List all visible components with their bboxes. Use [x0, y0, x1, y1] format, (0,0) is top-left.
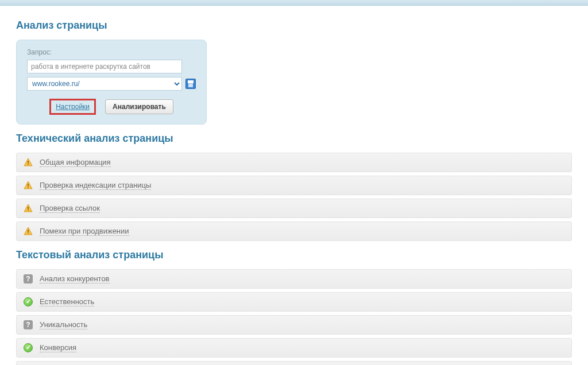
- save-icon[interactable]: [185, 79, 196, 89]
- accordion-row[interactable]: Общая информация: [16, 153, 572, 172]
- button-row: Настройки Анализировать: [27, 99, 196, 115]
- accordion-row-label[interactable]: Анализ конкурентов: [40, 274, 110, 284]
- check-icon: [24, 343, 33, 352]
- svg-rect-1: [28, 161, 29, 164]
- url-row: www.rookee.ru/: [27, 77, 196, 91]
- question-icon: ?: [24, 274, 33, 284]
- accordion-row[interactable]: ?Анализ конкурентов: [16, 269, 572, 289]
- accordion-row-label[interactable]: Конверсия: [40, 343, 76, 352]
- accordion-row-label[interactable]: Уникальность: [40, 320, 87, 329]
- accordion-row[interactable]: Проверка индексации страницы: [16, 176, 572, 195]
- svg-rect-2: [28, 164, 29, 165]
- warning-icon: [24, 158, 33, 167]
- accordion-row[interactable]: Конверсия: [16, 338, 572, 358]
- svg-rect-7: [28, 207, 29, 209]
- svg-rect-5: [28, 187, 29, 188]
- accordion-row-label[interactable]: Помехи при продвижении: [40, 227, 129, 236]
- accordion-row[interactable]: Естественность: [16, 292, 572, 312]
- svg-rect-4: [28, 184, 29, 187]
- query-label: Запрос:: [27, 48, 196, 56]
- page-analysis-title: Анализ страницы: [16, 20, 572, 32]
- svg-rect-11: [28, 233, 29, 234]
- accordion-row[interactable]: Помехи при продвижении: [16, 222, 572, 241]
- page-container: Анализ страницы Запрос: www.rookee.ru/ Н…: [0, 6, 588, 365]
- warning-icon: [24, 227, 33, 236]
- textual-rows: ?Анализ конкурентовЕстественность?Уникал…: [16, 269, 572, 365]
- top-bar: [0, 0, 588, 6]
- textual-analysis-title: Текстовый анализ страницы: [16, 249, 572, 261]
- settings-link[interactable]: Настройки: [49, 99, 96, 115]
- technical-rows: Общая информацияПроверка индексации стра…: [16, 153, 572, 241]
- query-input[interactable]: [27, 60, 182, 73]
- accordion-row-label[interactable]: Проверка ссылок: [40, 204, 100, 213]
- question-icon: ?: [24, 320, 33, 329]
- accordion-row-label[interactable]: Общая информация: [40, 158, 111, 167]
- warning-icon: [24, 181, 33, 190]
- technical-analysis-title: Технический анализ страницы: [16, 133, 572, 145]
- accordion-row-label[interactable]: Естественность: [40, 297, 94, 306]
- svg-rect-10: [28, 230, 29, 232]
- analyze-button[interactable]: Анализировать: [105, 99, 173, 114]
- accordion-row[interactable]: ?Уникальность: [16, 315, 572, 335]
- url-select[interactable]: www.rookee.ru/: [27, 77, 182, 91]
- check-icon: [24, 297, 33, 306]
- accordion-row[interactable]: Проверка ссылок: [16, 199, 572, 218]
- accordion-row[interactable]: Рекомендации по перелинковке: [16, 361, 572, 365]
- warning-icon: [24, 204, 33, 213]
- accordion-row-label[interactable]: Проверка индексации страницы: [40, 181, 151, 190]
- svg-rect-8: [28, 210, 29, 211]
- query-box: Запрос: www.rookee.ru/ Настройки Анализи…: [16, 40, 207, 125]
